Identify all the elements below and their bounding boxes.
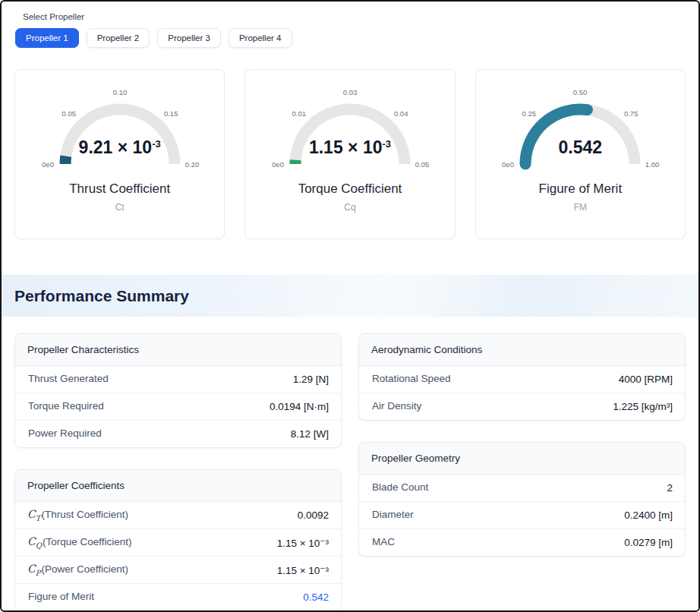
summary-row: CP(Power Coefficient) 1.15 × 10⁻³ [15,556,341,583]
propeller-button-group: Propeller 1Propeller 2Propeller 3Propell… [15,28,685,48]
gauge-svg: 0e00.250.500.751.00 [481,79,679,179]
performance-summary-header: Performance Summary [2,275,698,317]
row-value: 4000 [RPM] [619,374,673,385]
row-value: 8.12 [W] [291,428,329,440]
gauge-subtitle: Cq [245,202,454,213]
gauge-tick-label: 1.00 [645,160,660,169]
summary-card-body: CT(Thrust Coefficient) 0.0092 CQ(Torque … [15,502,341,610]
gauge-svg: 0e00.050.100.150.20 [21,79,219,179]
row-label-text: Blade Count [372,481,428,493]
summary-row: MAC 0.0279 [m] [359,528,685,556]
row-label: Blade Count [371,481,428,495]
gauge-chart: 0e00.010.030.040.05 1.15 × 10-3 [251,79,449,179]
gauge-tick-label: 0.25 [522,109,537,118]
summary-row: Power Required 8.12 [W] [15,420,341,447]
row-value: 1.15 × 10⁻³ [277,564,329,576]
math-subscript: P [36,569,41,577]
gauge-tick-label: 0.05 [61,109,76,118]
summary-card-title: Aerodynamic Conditions [359,334,685,366]
gauge-tick-label: 0.10 [112,88,127,96]
gauge-tick-label: 0.20 [184,160,199,169]
gauge-subtitle: Ct [15,202,224,213]
row-label: Diameter [371,508,414,522]
row-label: Power Required [27,427,102,441]
row-value: 1.225 [kg/m³] [613,401,673,412]
row-label-text: Torque Required [28,400,104,412]
row-label: Air Density [371,399,421,414]
gauge-tick-label: 0e0 [272,160,284,169]
row-label-text: (Power Coefficient) [41,563,128,575]
summary-row: CT(Thrust Coefficient) 0.0092 [15,502,341,528]
row-label-text: MAC [372,536,395,547]
row-label: MAC [371,535,395,550]
gauge-tick-label: 0.75 [624,109,639,118]
gauge-title: Torque Coefficient [245,181,454,197]
row-label: CP(Power Coefficient) [27,563,128,577]
summary-column-right: Aerodynamic Conditions Rotational Speed … [358,333,686,557]
summary-row: Torque Required 0.0194 [N·m] [15,393,341,420]
propeller-button-2[interactable]: Propeller 2 [87,28,150,48]
summary-card-body: Blade Count 2 Diameter 0.2400 [m] MAC 0.… [359,475,685,556]
summary-row: Diameter 0.2400 [m] [359,501,685,528]
propeller-selector-section: Select Propeller Propeller 1Propeller 2P… [2,2,698,48]
propeller-button-1[interactable]: Propeller 1 [15,28,79,48]
summary-column-left: Propeller Characteristics Thrust Generat… [14,333,342,611]
summary-card-body: Rotational Speed 4000 [RPM] Air Density … [359,366,685,420]
row-label: Rotational Speed [371,372,451,386]
gauge-tick-label: 0.01 [292,109,307,118]
gauge-tick-label: 0.05 [415,160,430,169]
gauge-tick-label: 0e0 [42,160,54,169]
row-value: 0.0194 [N·m] [270,401,329,412]
math-symbol: C [27,563,36,575]
select-propeller-label: Select Propeller [23,12,685,21]
gauge-value-arc [65,156,66,164]
row-label-text: Air Density [372,400,421,412]
gauge-value: 9.21 × 10-3 [21,139,219,156]
app-window: Select Propeller Propeller 1Propeller 2P… [0,0,700,612]
row-label: Thrust Generated [27,372,109,386]
row-label-text: (Torque Coefficient) [43,536,132,547]
row-value: 0.542 [303,591,329,603]
math-subscript: T [36,514,41,522]
gauge-tick-label: 0.50 [573,88,588,96]
performance-summary-title: Performance Summary [14,287,189,305]
row-label-text: Figure of Merit [28,591,94,602]
row-label-text: Thrust Generated [28,373,109,384]
summary-card: Propeller Characteristics Thrust Generat… [14,333,342,448]
row-value: 1.29 [N] [293,374,329,385]
math-symbol: C [27,508,36,520]
gauge-svg: 0e00.010.030.040.05 [251,79,449,179]
summary-row: Figure of Merit 0.542 [15,583,341,610]
gauge-row: 0e00.050.100.150.20 9.21 × 10-3 Thrust C… [2,48,698,239]
gauge-chart: 0e00.250.500.751.00 0.542 [481,79,679,179]
summary-card-title: Propeller Coefficients [15,470,341,502]
summary-card-title: Propeller Characteristics [15,334,341,366]
summary-card: Aerodynamic Conditions Rotational Speed … [358,333,686,421]
summary-row: CQ(Torque Coefficient) 1.15 × 10⁻³ [15,528,341,556]
row-label-text: Diameter [372,509,414,520]
summary-card: Propeller Geometry Blade Count 2 Diamete… [358,442,686,557]
row-value: 1.15 × 10⁻³ [277,537,329,549]
gauge-title: Figure of Merit [476,181,685,197]
row-label-text: Rotational Speed [372,373,451,384]
row-label: Figure of Merit [27,590,94,604]
summary-row: Air Density 1.225 [kg/m³] [359,393,685,420]
propeller-button-3[interactable]: Propeller 3 [157,28,221,48]
row-label-text: (Thrust Coefficient) [41,509,128,520]
gauge-card: 0e00.010.030.040.05 1.15 × 10-3 Torque C… [244,69,455,239]
math-symbol: C [27,535,36,547]
row-label-text: Power Required [28,427,102,439]
summary-card: Propeller Coefficients CT(Thrust Coeffic… [14,469,342,611]
gauge-subtitle: FM [476,202,685,213]
gauge-card: 0e00.250.500.751.00 0.542 Figure of Meri… [475,69,686,239]
summary-card-body: Thrust Generated 1.29 [N] Torque Require… [15,366,341,447]
propeller-button-4[interactable]: Propeller 4 [229,28,292,48]
summary-row: Blade Count 2 [359,475,685,501]
gauge-tick-label: 0e0 [502,160,514,169]
row-value: 0.2400 [m] [624,509,673,521]
row-value: 0.0279 [m] [624,537,673,548]
summary-card-title: Propeller Geometry [359,443,685,475]
row-label: Torque Required [27,399,104,414]
gauge-title: Thrust Coefficient [15,181,224,197]
gauge-tick-label: 0.15 [164,109,178,118]
